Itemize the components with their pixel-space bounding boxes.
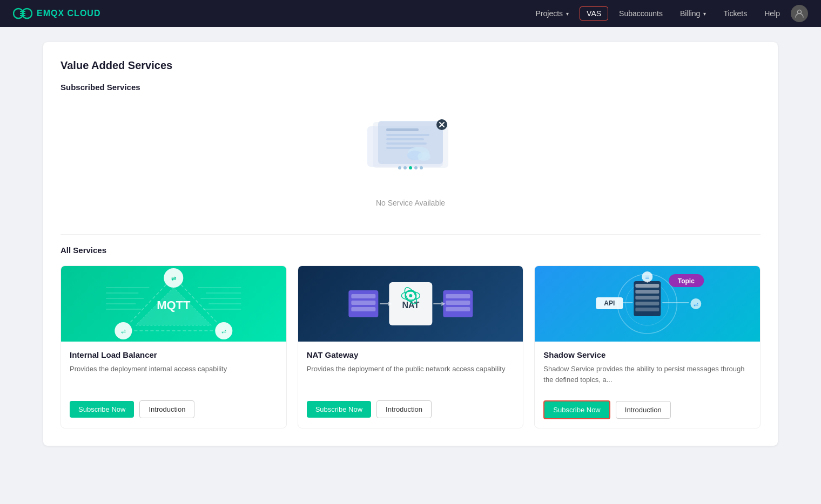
nav-billing[interactable]: Billing ▾ [674, 7, 712, 20]
ilb-svg: ⇌ ⇌ ⇌ MQTT [61, 266, 286, 342]
user-avatar[interactable] [791, 5, 808, 22]
service-card-nat: NAT NAT Gateway Provi [298, 265, 524, 428]
subscribed-section-title: Subscribed Services [60, 83, 761, 92]
svg-point-17 [414, 166, 418, 169]
empty-state: No Service Available [60, 100, 761, 223]
svg-text:⇌: ⇌ [694, 301, 698, 308]
svg-rect-72 [636, 302, 660, 305]
svg-rect-69 [636, 284, 660, 288]
ilb-name: Internal Load Balancer [70, 350, 278, 359]
shadow-subscribe-button[interactable]: Subscribe Now [543, 400, 610, 419]
shadow-illustration: Topic API ≡ [535, 266, 760, 342]
svg-rect-45 [351, 294, 375, 298]
svg-rect-10 [386, 134, 429, 136]
svg-text:⇌: ⇌ [171, 275, 177, 282]
svg-point-15 [403, 166, 407, 169]
page-title: Value Added Services [60, 59, 761, 72]
svg-rect-73 [636, 308, 660, 311]
svg-point-16 [409, 166, 412, 169]
svg-text:⇌: ⇌ [121, 328, 126, 335]
nav-vas[interactable]: VAS [580, 6, 608, 21]
service-card-ilb: ⇌ ⇌ ⇌ MQTT [60, 265, 287, 428]
shadow-svg: Topic API ≡ [535, 266, 760, 342]
svg-point-18 [420, 166, 423, 169]
shadow-name: Shadow Service [543, 350, 751, 359]
svg-rect-46 [351, 301, 375, 305]
brand-logo-area[interactable]: EMQX CLOUD [13, 8, 100, 19]
svg-rect-9 [386, 128, 419, 131]
empty-illustration [356, 111, 465, 192]
shadow-body: Shadow Service Shadow Service provides t… [535, 342, 760, 428]
svg-rect-51 [446, 307, 470, 311]
svg-rect-12 [386, 142, 427, 145]
chevron-down-icon: ▾ [703, 11, 706, 17]
shadow-intro-button[interactable]: Introduction [616, 401, 671, 419]
svg-point-57 [409, 294, 412, 297]
shadow-desc: Shadow Service provides the ability to p… [543, 364, 751, 392]
svg-rect-70 [636, 290, 660, 294]
svg-text:⇌: ⇌ [221, 328, 226, 335]
ilb-subscribe-button[interactable]: Subscribe Now [70, 401, 134, 418]
nat-illustration: NAT [298, 266, 523, 342]
nav-subaccounts[interactable]: Subaccounts [613, 7, 669, 20]
svg-rect-11 [386, 138, 424, 140]
svg-text:≡: ≡ [645, 273, 650, 281]
nav-tickets[interactable]: Tickets [717, 7, 753, 20]
ilb-intro-button[interactable]: Introduction [139, 400, 194, 418]
svg-rect-50 [446, 301, 470, 305]
ilb-desc: Provides the deployment internal access … [70, 364, 278, 392]
svg-point-21 [418, 152, 430, 161]
svg-rect-47 [351, 307, 375, 311]
nat-name: NAT Gateway [307, 350, 515, 359]
ilb-body: Internal Load Balancer Provides the depl… [61, 342, 286, 427]
nat-actions: Subscribe Now Introduction [307, 400, 515, 418]
svg-point-14 [398, 166, 401, 169]
section-divider [60, 234, 761, 235]
all-services-title: All Services [60, 246, 761, 255]
ilb-illustration: ⇌ ⇌ ⇌ MQTT [61, 266, 286, 342]
nav-help[interactable]: Help [758, 7, 786, 20]
chevron-down-icon: ▾ [566, 11, 569, 17]
shadow-actions: Subscribe Now Introduction [543, 400, 751, 419]
nat-intro-button[interactable]: Introduction [376, 400, 432, 418]
navbar: EMQX CLOUD Projects ▾ VAS Subaccounts Bi… [0, 0, 821, 27]
main-content: Value Added Services Subscribed Services [0, 27, 821, 461]
user-icon [795, 9, 804, 18]
nat-desc: Provides the deployment of the public ne… [307, 364, 515, 392]
vas-card: Value Added Services Subscribed Services [43, 42, 778, 446]
svg-text:Topic: Topic [678, 277, 695, 285]
emqx-logo-icon [13, 8, 32, 19]
nat-subscribe-button[interactable]: Subscribe Now [307, 401, 371, 418]
svg-text:API: API [604, 299, 615, 307]
nav-menu: Projects ▾ VAS Subaccounts Billing ▾ Tic… [529, 5, 809, 22]
nat-svg: NAT [298, 266, 523, 342]
svg-rect-71 [636, 296, 660, 299]
services-grid: ⇌ ⇌ ⇌ MQTT [60, 265, 761, 428]
nat-body: NAT Gateway Provides the deployment of t… [298, 342, 523, 427]
nav-projects[interactable]: Projects ▾ [529, 7, 576, 20]
no-service-illustration [356, 111, 465, 181]
brand-name: EMQX CLOUD [37, 9, 100, 18]
ilb-actions: Subscribe Now Introduction [70, 400, 278, 418]
empty-state-text: No Service Available [376, 199, 445, 207]
service-card-shadow: Topic API ≡ [534, 265, 761, 428]
svg-rect-49 [446, 294, 470, 298]
svg-text:MQTT: MQTT [157, 298, 191, 312]
